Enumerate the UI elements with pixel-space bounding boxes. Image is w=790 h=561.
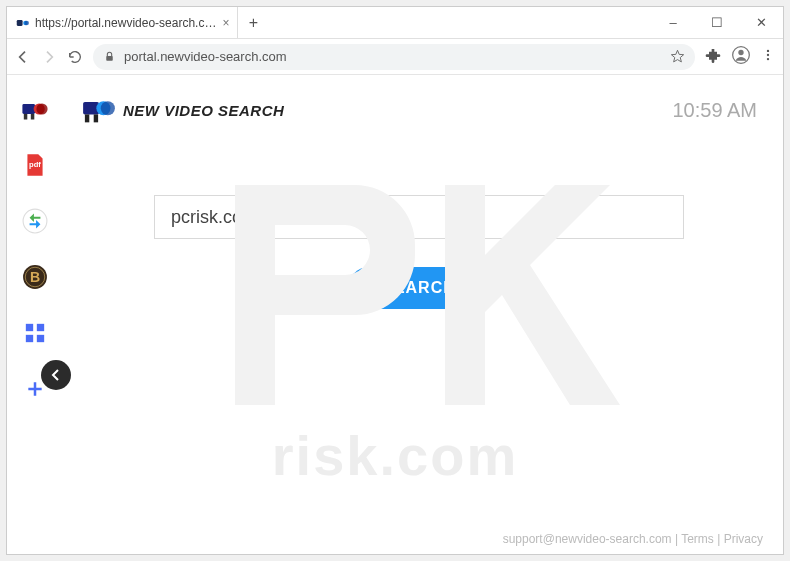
footer-terms-link[interactable]: Terms (681, 532, 714, 546)
svg-rect-13 (31, 114, 35, 120)
svg-point-11 (36, 103, 47, 114)
window-minimize-button[interactable]: – (651, 7, 695, 38)
svg-rect-3 (106, 56, 113, 61)
forward-button[interactable] (41, 49, 57, 65)
clock: 10:59 AM (672, 99, 757, 122)
page-header: NEW VIDEO SEARCH 10:59 AM (81, 95, 757, 125)
apps-icon[interactable] (21, 319, 49, 347)
brand-camera-icon (81, 95, 117, 125)
footer: support@newvideo-search.com | Terms | Pr… (503, 532, 763, 546)
svg-rect-19 (26, 324, 33, 331)
footer-email: support@newvideo-search.com (503, 532, 672, 546)
bookmark-star-icon[interactable] (670, 49, 685, 64)
page-content: pdf B NEW VIDEO SEARCH 10:59 AM (7, 75, 783, 554)
svg-point-2 (24, 20, 29, 25)
browser-toolbar: portal.newvideo-search.com (7, 39, 783, 75)
svg-point-25 (101, 101, 115, 115)
title-bar: https://portal.newvideo-search.c… × + – … (7, 7, 783, 39)
lock-icon (103, 50, 116, 63)
footer-privacy-link[interactable]: Privacy (724, 532, 763, 546)
extensions-icon[interactable] (705, 47, 721, 67)
svg-rect-26 (85, 114, 89, 122)
brand-logo[interactable]: NEW VIDEO SEARCH (81, 95, 284, 125)
tab-title: https://portal.newvideo-search.c… (35, 16, 216, 30)
window-close-button[interactable]: ✕ (739, 7, 783, 38)
bitcoin-icon[interactable]: B (21, 263, 49, 291)
main-area: NEW VIDEO SEARCH 10:59 AM SEARCH support… (63, 75, 783, 554)
new-tab-button[interactable]: + (238, 7, 268, 38)
sidebar: pdf B (7, 75, 63, 554)
search-container: SEARCH (154, 195, 684, 309)
menu-icon[interactable] (761, 48, 775, 66)
address-bar[interactable]: portal.newvideo-search.com (93, 44, 695, 70)
svg-point-8 (767, 57, 769, 59)
tab-favicon-icon (15, 16, 29, 30)
svg-rect-9 (22, 104, 35, 114)
reload-button[interactable] (67, 49, 83, 65)
svg-point-15 (23, 209, 47, 233)
svg-rect-21 (26, 335, 33, 342)
search-input[interactable] (154, 195, 684, 239)
browser-tab[interactable]: https://portal.newvideo-search.c… × (7, 7, 238, 38)
svg-rect-22 (37, 335, 44, 342)
svg-rect-20 (37, 324, 44, 331)
swap-icon[interactable] (21, 207, 49, 235)
svg-rect-27 (94, 114, 98, 122)
url-text: portal.newvideo-search.com (124, 49, 287, 64)
svg-point-5 (738, 49, 743, 54)
svg-text:pdf: pdf (29, 160, 41, 169)
svg-rect-0 (17, 20, 23, 26)
browser-window: https://portal.newvideo-search.c… × + – … (6, 6, 784, 555)
svg-point-7 (767, 53, 769, 55)
camera-icon[interactable] (21, 95, 49, 123)
svg-text:B: B (30, 269, 40, 285)
tab-close-icon[interactable]: × (222, 16, 229, 30)
profile-icon[interactable] (731, 45, 751, 69)
window-maximize-button[interactable]: ☐ (695, 7, 739, 38)
back-button[interactable] (15, 49, 31, 65)
sidebar-collapse-button[interactable] (41, 360, 71, 390)
svg-point-6 (767, 49, 769, 51)
search-button[interactable]: SEARCH (348, 267, 490, 309)
brand-text: NEW VIDEO SEARCH (123, 102, 284, 119)
svg-rect-12 (24, 114, 28, 120)
pdf-icon[interactable]: pdf (21, 151, 49, 179)
